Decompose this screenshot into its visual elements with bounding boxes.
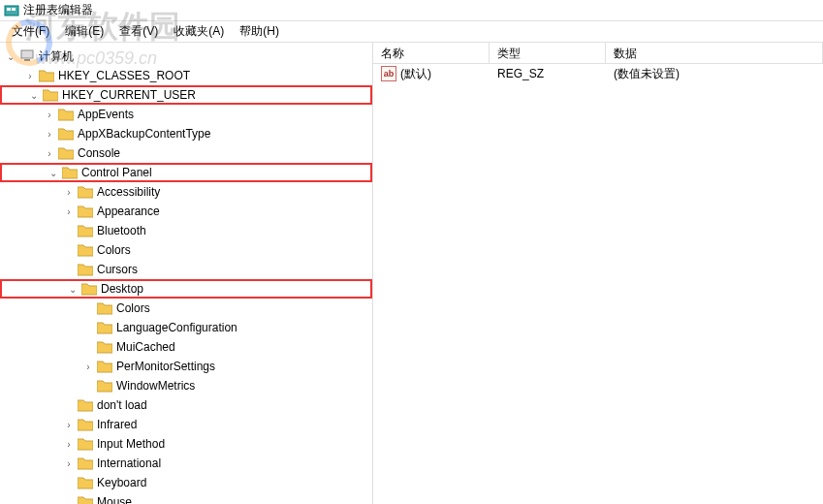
tree-node-desktop-colors[interactable]: › Colors xyxy=(0,299,372,318)
chevron-right-icon[interactable]: › xyxy=(62,418,76,431)
column-header-name[interactable]: 名称 xyxy=(373,43,490,63)
chevron-down-icon[interactable]: ⌄ xyxy=(4,49,17,63)
column-header-data[interactable]: 数据 xyxy=(606,43,823,63)
string-value-icon: ab xyxy=(381,66,396,81)
chevron-right-icon[interactable]: › xyxy=(62,205,76,218)
tree-label: Input Method xyxy=(97,437,165,451)
value-data: (数值未设置) xyxy=(606,64,823,84)
folder-icon xyxy=(78,476,93,489)
tree-node-appearance[interactable]: › Appearance xyxy=(0,202,372,221)
folder-icon xyxy=(58,127,74,141)
menu-help[interactable]: 帮助(H) xyxy=(232,21,287,42)
chevron-right-icon[interactable]: › xyxy=(43,146,56,160)
tree-node-appevents[interactable]: › AppEvents xyxy=(0,105,372,124)
tree-node-dontload[interactable]: › don't load xyxy=(0,395,372,415)
folder-icon xyxy=(81,282,97,296)
registry-tree[interactable]: ⌄ 计算机 › HKEY_CLASSES_ROOT ⌄ HKEY_CURRENT… xyxy=(0,43,373,504)
tree-node-infrared[interactable]: › Infrared xyxy=(0,415,372,434)
chevron-right-icon[interactable]: › xyxy=(43,127,56,141)
svg-rect-4 xyxy=(24,59,30,61)
tree-node-hkcu[interactable]: ⌄ HKEY_CURRENT_USER xyxy=(0,85,372,105)
tree-node-windowmetrics[interactable]: › WindowMetrics xyxy=(0,376,372,395)
tree-label: Bluetooth xyxy=(97,224,146,237)
tree-label: AppEvents xyxy=(78,108,134,121)
folder-icon xyxy=(78,243,93,257)
folder-icon xyxy=(58,146,74,160)
tree-label: Keyboard xyxy=(97,476,146,489)
tree-label: MuiCached xyxy=(116,340,175,354)
folder-icon xyxy=(62,166,78,179)
tree-label: don't load xyxy=(97,398,147,412)
folder-icon xyxy=(78,263,93,276)
chevron-down-icon[interactable]: ⌄ xyxy=(66,282,79,296)
window-titlebar: 注册表编辑器 xyxy=(0,0,823,21)
tree-label: Infrared xyxy=(97,418,137,431)
folder-icon xyxy=(97,340,112,354)
folder-icon xyxy=(58,108,74,121)
value-type: REG_SZ xyxy=(490,65,606,82)
chevron-right-icon[interactable]: › xyxy=(62,437,76,451)
tree-label: HKEY_CLASSES_ROOT xyxy=(58,69,190,82)
menu-view[interactable]: 查看(V) xyxy=(111,21,166,42)
tree-node-desktop[interactable]: ⌄ Desktop xyxy=(0,279,372,299)
tree-node-langconfig[interactable]: › LanguageConfiguration xyxy=(0,318,372,337)
tree-node-keyboard[interactable]: › Keyboard xyxy=(0,473,372,492)
tree-node-bluetooth[interactable]: › Bluetooth xyxy=(0,221,372,240)
tree-node-inputmethod[interactable]: › Input Method xyxy=(0,434,372,454)
tree-node-console[interactable]: › Console xyxy=(0,143,372,163)
folder-icon xyxy=(78,437,93,451)
tree-label: Colors xyxy=(97,243,131,257)
tree-label: AppXBackupContentType xyxy=(78,127,210,141)
app-icon xyxy=(4,3,19,18)
svg-rect-1 xyxy=(7,8,11,11)
folder-icon xyxy=(78,205,93,218)
svg-rect-3 xyxy=(21,50,33,58)
tree-label: Mouse xyxy=(97,495,132,504)
tree-label: International xyxy=(97,457,161,470)
tree-label: PerMonitorSettings xyxy=(116,360,215,373)
tree-node-hkcr[interactable]: › HKEY_CLASSES_ROOT xyxy=(0,66,372,85)
chevron-right-icon[interactable]: › xyxy=(23,69,37,82)
registry-values-list: 名称 类型 数据 ab (默认) REG_SZ (数值未设置) xyxy=(373,43,823,504)
tree-node-mouse[interactable]: › Mouse xyxy=(0,492,372,504)
chevron-down-icon[interactable]: ⌄ xyxy=(27,88,41,102)
tree-node-computer[interactable]: ⌄ 计算机 xyxy=(0,47,372,66)
tree-label: HKEY_CURRENT_USER xyxy=(62,88,196,102)
tree-node-appxbackup[interactable]: › AppXBackupContentType xyxy=(0,124,372,143)
folder-icon xyxy=(78,495,93,504)
tree-label: Colors xyxy=(116,301,150,315)
tree-label: Console xyxy=(78,146,120,160)
tree-label: Appearance xyxy=(97,205,160,218)
tree-label: 计算机 xyxy=(39,48,74,65)
chevron-down-icon[interactable]: ⌄ xyxy=(47,166,60,179)
tree-node-controlpanel[interactable]: ⌄ Control Panel xyxy=(0,163,372,182)
tree-label: Control Panel xyxy=(81,166,152,179)
tree-label: WindowMetrics xyxy=(116,379,195,393)
tree-node-colors[interactable]: › Colors xyxy=(0,240,372,260)
list-item[interactable]: ab (默认) REG_SZ (数值未设置) xyxy=(373,64,823,83)
tree-node-muicached[interactable]: › MuiCached xyxy=(0,337,372,357)
chevron-right-icon[interactable]: › xyxy=(62,185,76,199)
tree-label: Accessibility xyxy=(97,185,160,199)
menu-edit[interactable]: 编辑(E) xyxy=(57,21,111,42)
chevron-right-icon[interactable]: › xyxy=(43,108,56,121)
chevron-right-icon[interactable]: › xyxy=(62,457,76,470)
folder-icon xyxy=(78,457,93,470)
menu-file[interactable]: 文件(F) xyxy=(4,21,57,42)
folder-icon xyxy=(43,88,58,102)
tree-label: Cursors xyxy=(97,263,138,276)
menu-bar: 文件(F) 编辑(E) 查看(V) 收藏夹(A) 帮助(H) xyxy=(0,21,823,43)
folder-icon xyxy=(78,418,93,431)
tree-label: Desktop xyxy=(101,282,143,296)
tree-node-permonitor[interactable]: › PerMonitorSettings xyxy=(0,357,372,376)
folder-icon xyxy=(78,185,93,199)
tree-node-accessibility[interactable]: › Accessibility xyxy=(0,182,372,202)
tree-label: LanguageConfiguration xyxy=(116,321,237,334)
list-header: 名称 类型 数据 xyxy=(373,43,823,64)
tree-node-international[interactable]: › International xyxy=(0,454,372,473)
menu-favorites[interactable]: 收藏夹(A) xyxy=(166,21,232,42)
folder-icon xyxy=(78,398,93,412)
tree-node-cursors[interactable]: › Cursors xyxy=(0,260,372,279)
column-header-type[interactable]: 类型 xyxy=(490,43,606,63)
chevron-right-icon[interactable]: › xyxy=(81,360,95,373)
